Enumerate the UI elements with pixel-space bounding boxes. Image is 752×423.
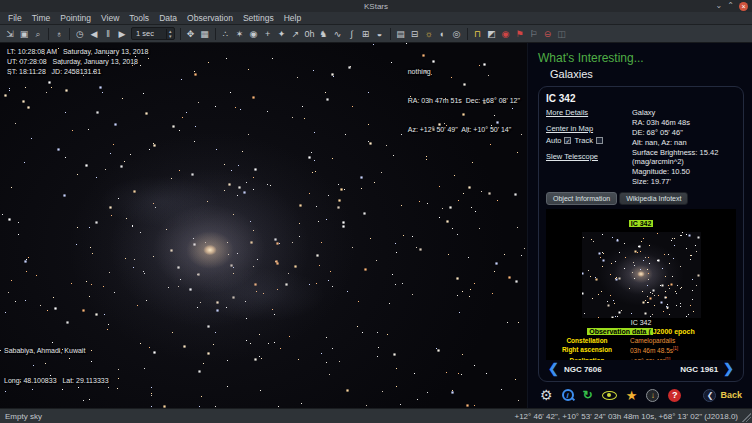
- kstars-window: KStars ⌄ ⌃ × FileTimePointingViewToolsDa…: [0, 0, 752, 423]
- menu-observation[interactable]: Observation: [182, 12, 238, 25]
- infobox-row-value: 03h 46m 48.5s[1]: [626, 346, 734, 355]
- slew-telescope-link[interactable]: Slew Telescope: [546, 152, 632, 161]
- toolbar-separator: [215, 28, 216, 40]
- toggle-constellation-lines-icon[interactable]: ↗: [289, 27, 303, 41]
- whats-interesting-panel: What's Interesting... Galaxies IC 342 Mo…: [527, 43, 752, 408]
- lock-position-icon[interactable]: ⊓: [471, 27, 485, 41]
- menu-bar: FileTimePointingViewToolsDataObservation…: [0, 12, 752, 25]
- satellites-icon[interactable]: ◫: [555, 27, 569, 41]
- more-details-link[interactable]: More Details: [546, 108, 632, 117]
- export-sky-image-icon[interactable]: ▦: [198, 27, 212, 41]
- visibility-eye-icon[interactable]: [602, 391, 617, 400]
- prev-object-label[interactable]: NGC 7606: [564, 365, 602, 374]
- object-actions: More Details Center in Map Auto ✓ Track …: [546, 108, 632, 187]
- download-data-icon[interactable]: ⇲: [3, 27, 17, 41]
- menu-file[interactable]: File: [3, 12, 27, 25]
- sky-map[interactable]: LT: 10:28:08 AM Saturday, January 13, 20…: [0, 43, 527, 408]
- infobox-row: ConstellationCamelopardalis: [548, 337, 734, 345]
- find-object-icon[interactable]: ⌕: [31, 27, 45, 41]
- prev-object-icon[interactable]: ❮: [548, 363, 559, 375]
- menu-time[interactable]: Time: [27, 12, 56, 25]
- next-object-label[interactable]: NGC 1961: [680, 365, 718, 374]
- night-vision-icon[interactable]: ◐: [436, 27, 450, 41]
- toggle-equatorial-grid-icon[interactable]: ⊞: [359, 27, 373, 41]
- thumbnail-star-field: [582, 232, 583, 233]
- pan-tool-icon[interactable]: ✥: [184, 27, 198, 41]
- tab-wikipedia-infotext[interactable]: Wikipedia Infotext: [619, 192, 688, 205]
- reload-icon[interactable]: ↻: [583, 388, 593, 402]
- toggle-constellation-art-icon[interactable]: ♞: [317, 27, 331, 41]
- menu-tools[interactable]: Tools: [124, 12, 154, 25]
- window-controls: ⌄ ⌃ ×: [716, 1, 748, 11]
- stop-clock-icon[interactable]: ‖: [101, 27, 115, 41]
- infobox-title-link[interactable]: IC 342: [629, 220, 654, 227]
- maximize-icon[interactable]: ⌃: [727, 1, 734, 11]
- toggle-planets-icon[interactable]: ◉: [247, 27, 261, 41]
- track-checkbox[interactable]: [596, 137, 603, 144]
- object-nav: ❮ NGC 7606 NGC 1961 ❯: [546, 360, 736, 375]
- toggle-milky-way-icon[interactable]: ∫: [345, 27, 359, 41]
- favorite-star-icon[interactable]: ★: [626, 388, 638, 403]
- menu-help[interactable]: Help: [279, 12, 306, 25]
- infobox-table: ConstellationCamelopardalisRight ascensi…: [548, 337, 734, 360]
- panel-title: What's Interesting...: [538, 51, 744, 65]
- tab-object-information[interactable]: Object Information: [546, 192, 617, 205]
- set-time-icon[interactable]: ◷: [73, 27, 87, 41]
- auto-checkbox[interactable]: ✓: [564, 137, 571, 144]
- center-in-map-link[interactable]: Center in Map: [546, 124, 632, 133]
- focus-info-overlay: nothing RA: 03h 47m 51s Dec: +68° 08' 12…: [408, 47, 520, 155]
- focus-azalt: Az: +12° 50' 49" Alt: +10° 50' 14": [408, 125, 520, 135]
- toggle-constellation-bounds-icon[interactable]: ∿: [331, 27, 345, 41]
- minimize-icon[interactable]: ⌄: [716, 1, 723, 11]
- time-line: UT: 07:28:08 Saturday, January 13, 2018: [7, 57, 148, 67]
- toggle-deep-sky-icon[interactable]: ✶: [233, 27, 247, 41]
- image-viewer-icon[interactable]: ▣: [17, 27, 31, 41]
- menu-settings[interactable]: Settings: [238, 12, 279, 25]
- geolocation-icon[interactable]: ♁: [52, 27, 66, 41]
- location-overlay: Sababiya, Ahmadi, Kuwait Long: 48.100833…: [4, 327, 109, 405]
- toggle-stars-icon[interactable]: ∴: [219, 27, 233, 41]
- summary-line: Magnitude: 10.50: [632, 167, 736, 177]
- time-step-arrows[interactable]: ▴▾: [166, 29, 174, 39]
- toolbar-separator: [467, 28, 468, 40]
- whats-interesting-icon[interactable]: ☼: [422, 27, 436, 41]
- back-button[interactable]: ❮ Back: [703, 389, 742, 402]
- epoch-label: J2000 epoch: [653, 328, 695, 335]
- record-icon[interactable]: ◉: [499, 27, 513, 41]
- next-object-icon[interactable]: ❯: [723, 363, 734, 375]
- center-crosshair-icon[interactable]: ◎: [450, 27, 464, 41]
- summary-line: DE: 68° 05' 46": [632, 128, 736, 138]
- download-resources-icon[interactable]: ↓: [646, 389, 659, 402]
- add-flag-icon[interactable]: ⚐: [527, 27, 541, 41]
- toggle-comets-icon[interactable]: +: [261, 27, 275, 41]
- menu-view[interactable]: View: [96, 12, 124, 25]
- time-step-value[interactable]: 1 sec: [132, 29, 166, 38]
- toolbar-separator: [69, 28, 70, 40]
- toolbar: ⇲▣⌕♁◷◀‖▶1 sec▴▾✥▦∴✶◉+✦↗0h♞∿∫⊞◒▤⊟☼◐◎⊓◩◉⚑⚐…: [0, 25, 752, 43]
- location-coords: Long: 48.100833 Lat: 29.113333: [4, 376, 109, 386]
- remove-label-icon[interactable]: ⊖: [541, 27, 555, 41]
- time-step-forward-icon[interactable]: ▶: [115, 27, 129, 41]
- menu-data[interactable]: Data: [154, 12, 182, 25]
- save-icon[interactable]: ⊟: [408, 27, 422, 41]
- galaxy-thumbnail-image: [582, 232, 701, 318]
- menu-pointing[interactable]: Pointing: [55, 12, 96, 25]
- resize-grip-icon[interactable]: [742, 413, 751, 422]
- details-info-icon[interactable]: i: [562, 389, 574, 401]
- object-list-icon[interactable]: ▤: [394, 27, 408, 41]
- color-scheme-icon[interactable]: ◩: [485, 27, 499, 41]
- observation-data-link[interactable]: Observation data (: [587, 328, 652, 335]
- infobox-row-label: Constellation: [548, 337, 626, 345]
- toggle-supernovae-icon[interactable]: ✦: [275, 27, 289, 41]
- window-title: KStars: [364, 2, 388, 11]
- object-summary: GalaxyRA: 03h 46m 48sDE: 68° 05' 46"Alt:…: [632, 108, 736, 187]
- help-icon[interactable]: ?: [668, 389, 681, 402]
- observation-flag-icon[interactable]: ⚑: [513, 27, 527, 41]
- toggle-ground-icon[interactable]: ◒: [373, 27, 387, 41]
- close-icon[interactable]: ×: [739, 2, 748, 11]
- time-step-spinbox[interactable]: 1 sec▴▾: [131, 27, 175, 40]
- status-coordinates: +12° 46' 42", +10° 53' 24" 03h 48m 10s, …: [514, 412, 738, 421]
- toggle-constellation-names-icon[interactable]: 0h: [303, 27, 317, 41]
- time-step-back-icon[interactable]: ◀: [87, 27, 101, 41]
- settings-gear-icon[interactable]: ⚙: [540, 388, 553, 402]
